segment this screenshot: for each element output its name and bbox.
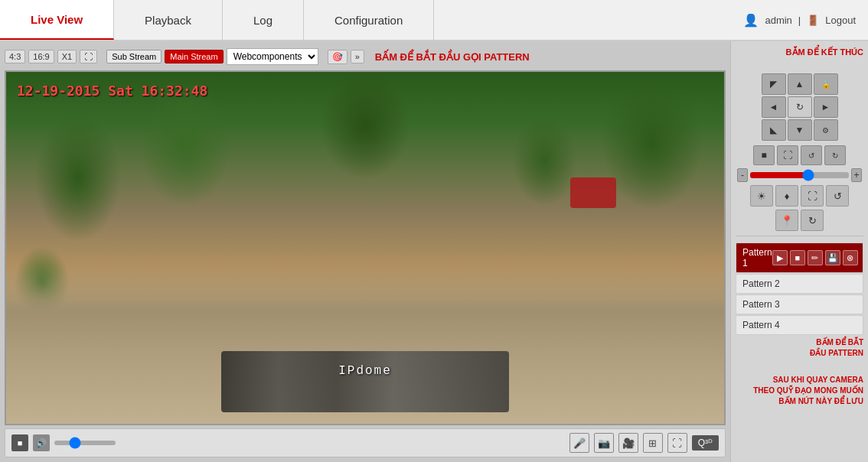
header-user-area: 👤 admin | 🚪 Logout	[731, 0, 868, 40]
annotation-text-4: SAU KHI QUAY CAMERATHEO QUỸ ĐẠO MONG MUỐ…	[736, 375, 863, 407]
username-label: admin	[765, 15, 791, 26]
annotation-area-bottom2: SAU KHI QUAY CAMERATHEO QUỸ ĐẠO MONG MUỐ…	[736, 375, 863, 407]
light-button[interactable]: ☀	[750, 185, 773, 207]
zoom-plus-button[interactable]: +	[851, 168, 862, 182]
ptz-up-left-button[interactable]: ◤	[762, 73, 786, 95]
pattern-1-actions: ▶ ■ ✏ 💾 ⊗	[772, 250, 858, 265]
ptz-icon-button[interactable]: 🎯	[328, 50, 348, 64]
pattern-1-name: Pattern 1	[742, 247, 772, 268]
pattern-2-name: Pattern 2	[742, 278, 857, 289]
ptz-stop-button[interactable]: ■	[753, 145, 775, 165]
header: Live View Playback Log Configuration 👤 a…	[0, 0, 868, 41]
ptz-zoom-row: ■ ⛶ ↺ ↻	[736, 145, 863, 165]
tab-log[interactable]: Log	[223, 0, 304, 40]
pattern-4-name: Pattern 4	[742, 320, 857, 330]
sub-stream-button[interactable]: Sub Stream	[106, 50, 162, 63]
ptz-divider	[736, 236, 863, 236]
grid-button[interactable]: ⊞	[643, 433, 663, 453]
pattern-item-4[interactable]: Pattern 4	[736, 315, 863, 335]
user-icon: 👤	[743, 13, 759, 28]
annotation-area-bottom: BẤM ĐỂ BẮTĐẦU PATTERN	[736, 336, 863, 374]
separator: |	[798, 15, 801, 26]
ratio-x1-button[interactable]: X1	[57, 50, 77, 63]
ptz-icon-row-1: ☀ ♦ ⛶ ↺	[736, 185, 863, 207]
logout-link[interactable]: Logout	[825, 15, 856, 26]
ptz-left-button[interactable]: ◄	[762, 96, 786, 118]
pattern-item-1[interactable]: Pattern 1 ▶ ■ ✏ 💾 ⊗	[736, 242, 863, 273]
fullscreen-video-button[interactable]: ⛶	[667, 433, 687, 453]
app-container: Live View Playback Log Configuration 👤 a…	[0, 0, 868, 462]
ptz-right-button[interactable]: ►	[814, 96, 838, 118]
pattern-1-delete-button[interactable]: ⊗	[843, 250, 858, 265]
video-panel: 4:3 16:9 X1 ⛶ Sub Stream Main Stream Web…	[0, 41, 730, 462]
video-toolbar: 4:3 16:9 X1 ⛶ Sub Stream Main Stream Web…	[5, 46, 726, 67]
ptz-up-button[interactable]: ▲	[788, 73, 812, 95]
tab-live-view[interactable]: Live View	[0, 0, 114, 40]
rotate2-button[interactable]: ↻	[801, 210, 824, 231]
refresh-button[interactable]: ↺	[826, 185, 849, 207]
zoom-slider[interactable]	[750, 172, 849, 178]
pattern-1-edit-button[interactable]: ✏	[808, 250, 823, 265]
map-button[interactable]: 📍	[775, 210, 798, 231]
ptz-center-button[interactable]: ↻	[788, 96, 812, 118]
ptz-focus-button[interactable]: ↺	[801, 145, 822, 165]
wiper-button[interactable]: ♦	[775, 185, 798, 207]
pattern-1-stop-button[interactable]: ■	[790, 250, 805, 265]
ratio-4-3-button[interactable]: 4:3	[5, 50, 25, 63]
ptz-down-left-button[interactable]: ◣	[762, 119, 786, 141]
zoom-slider-row: - +	[736, 168, 863, 182]
stop-button[interactable]: ■	[11, 434, 28, 451]
ptz-iris-button[interactable]: ↻	[824, 145, 846, 165]
pattern-1-save-button[interactable]: 💾	[825, 250, 840, 265]
fullscreen-button[interactable]: ⛶	[80, 50, 97, 63]
ptz-preset-button[interactable]: ⛶	[777, 145, 798, 165]
snapshot-button[interactable]: 📷	[594, 433, 614, 453]
fullscreen3-button[interactable]: ⛶	[801, 185, 824, 207]
q3d-button[interactable]: Q³ᴰ	[692, 435, 719, 451]
ratio-16-9-button[interactable]: 16:9	[28, 50, 54, 63]
zoom-minus-button[interactable]: -	[737, 168, 748, 182]
volume-slider[interactable]	[54, 441, 116, 445]
annotation-text-1: BẤM ĐỂ BẮT ĐẦU GỌI PATTERN	[375, 51, 530, 63]
ptz-arrow-grid: ◤ ▲ 🔒 ◄ ↻ ► ◣ ▼ ⚙	[762, 73, 838, 141]
pattern-list: Pattern 1 ▶ ■ ✏ 💾 ⊗ Pattern 2 P	[736, 242, 863, 457]
ptz-panel: BẮM ĐỂ KẾT THÚC ◤ ▲ 🔒 ◄ ↻ ► ◣ ▼ ⚙ ■ ⛶ ↺ …	[730, 41, 868, 462]
video-frame: 12-19-2015 Sat 16:32:48 IPdome	[5, 70, 726, 425]
record-button[interactable]: 🎥	[618, 433, 638, 453]
expand-button[interactable]: »	[351, 50, 364, 63]
annotation-area-top: BẮM ĐỂ KẾT THÚC	[736, 46, 863, 69]
video-controls-bar: ■ 🔊 🎤 📷 🎥 ⊞ ⛶ Q³ᴰ	[5, 428, 726, 457]
pattern-3-name: Pattern 3	[742, 299, 857, 310]
pattern-item-3[interactable]: Pattern 3	[736, 294, 863, 314]
video-timestamp: 12-19-2015 Sat 16:32:48	[17, 83, 207, 99]
ipdome-label: IPdome	[338, 364, 392, 378]
ptz-down-right-button[interactable]: ⚙	[814, 119, 838, 141]
pattern-1-play-button[interactable]: ▶	[772, 250, 788, 265]
video-overlay: 12-19-2015 Sat 16:32:48 IPdome	[6, 72, 724, 424]
main-area: 4:3 16:9 X1 ⛶ Sub Stream Main Stream Web…	[0, 41, 868, 462]
annotation-text-3: BẤM ĐỂ BẮTĐẦU PATTERN	[736, 337, 863, 359]
ptz-up-right-button[interactable]: 🔒	[814, 73, 838, 95]
microphone-button[interactable]: 🎤	[569, 433, 589, 453]
annotation-text-2: BẮM ĐỂ KẾT THÚC	[786, 47, 863, 57]
logout-icon: 🚪	[807, 15, 819, 26]
ptz-icon-row-2: 📍 ↻	[736, 210, 863, 231]
pattern-item-2[interactable]: Pattern 2	[736, 274, 863, 294]
tab-playback[interactable]: Playback	[114, 0, 223, 40]
webcomponents-select[interactable]: Webcomponents	[227, 48, 318, 65]
ptz-down-button[interactable]: ▼	[788, 119, 812, 141]
main-stream-button[interactable]: Main Stream	[165, 50, 223, 63]
tab-configuration[interactable]: Configuration	[304, 0, 434, 40]
volume-button[interactable]: 🔊	[33, 434, 50, 451]
